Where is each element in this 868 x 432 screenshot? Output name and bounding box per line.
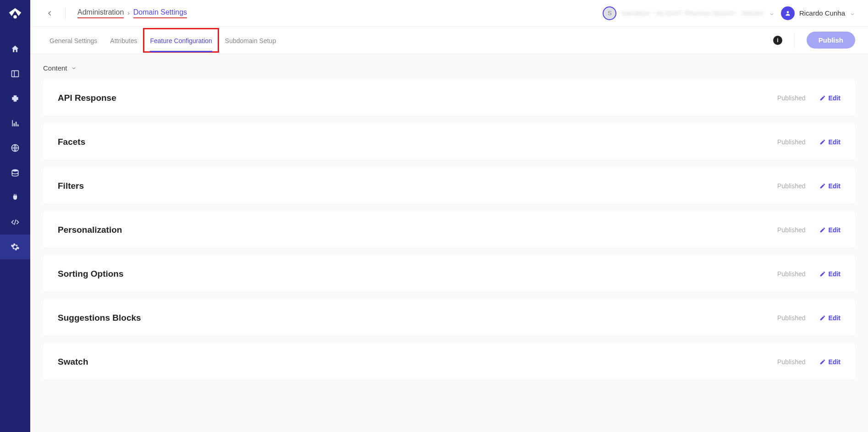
nav-globe[interactable]: [0, 136, 30, 160]
tab-feature-configuration[interactable]: Feature Configuration: [143, 28, 218, 52]
user-avatar-icon: [781, 6, 795, 20]
content-area: Content API ResponsePublishedEditFacetsP…: [30, 54, 868, 432]
svg-point-0: [13, 15, 17, 19]
edit-button[interactable]: Edit: [819, 138, 841, 146]
pencil-icon: [819, 139, 826, 145]
feature-card: Suggestions BlocksPublishedEdit: [43, 300, 855, 336]
chevron-down-icon: [71, 66, 77, 71]
content-dropdown[interactable]: Content: [43, 64, 77, 72]
edit-label: Edit: [829, 94, 841, 102]
tab-general-settings[interactable]: General Settings: [43, 28, 104, 52]
feature-card: PersonalizationPublishedEdit: [43, 212, 855, 248]
nav-panel[interactable]: [0, 61, 30, 86]
pencil-icon: [819, 271, 826, 277]
status-badge: Published: [777, 182, 806, 190]
status-badge: Published: [777, 314, 806, 322]
chevron-down-icon: [769, 11, 775, 16]
status-badge: Published: [777, 138, 806, 146]
nav-database[interactable]: [0, 160, 30, 185]
publish-button[interactable]: Publish: [807, 32, 855, 49]
edit-label: Edit: [829, 270, 841, 278]
feature-card: FiltersPublishedEdit: [43, 168, 855, 204]
nav-settings[interactable]: [0, 235, 30, 259]
svg-rect-1: [12, 71, 19, 77]
topbar-divider: [65, 7, 66, 19]
breadcrumb-leaf: Domain Settings: [133, 8, 187, 18]
pencil-icon: [819, 359, 826, 365]
status-badge: Published: [777, 94, 806, 102]
feature-card: SwatchPublishedEdit: [43, 344, 855, 380]
nav-chart[interactable]: [0, 111, 30, 136]
pencil-icon: [819, 315, 826, 321]
nav-puzzle[interactable]: [0, 86, 30, 111]
content-dropdown-label: Content: [43, 64, 67, 72]
nav-plug[interactable]: [0, 185, 30, 210]
card-title: Filters: [58, 181, 84, 191]
nav-home[interactable]: [0, 37, 30, 61]
card-title: Suggestions Blocks: [58, 313, 141, 323]
account-switcher[interactable]: S Sandbox - ALIGHT Pharma Search - Maste…: [603, 6, 775, 20]
breadcrumb-root[interactable]: Administration: [77, 8, 124, 18]
pencil-icon: [819, 227, 826, 233]
user-name: Ricardo Cunha: [799, 9, 845, 17]
back-button[interactable]: [43, 6, 57, 20]
edit-button[interactable]: Edit: [819, 226, 841, 234]
nav-code[interactable]: [0, 210, 30, 235]
edit-label: Edit: [829, 182, 841, 190]
tabs-divider: [794, 33, 795, 48]
account-name: Sandbox - ALIGHT Pharma Search - Master: [621, 9, 764, 17]
chevron-right-icon: ›: [127, 10, 129, 16]
logo: [6, 6, 24, 24]
card-title: Swatch: [58, 357, 88, 367]
edit-label: Edit: [829, 226, 841, 234]
tabs-row: General SettingsAttributesFeature Config…: [30, 27, 868, 54]
status-badge: Published: [777, 226, 806, 234]
edit-button[interactable]: Edit: [819, 94, 841, 102]
pencil-icon: [819, 183, 826, 189]
edit-button[interactable]: Edit: [819, 270, 841, 278]
edit-label: Edit: [829, 358, 841, 366]
user-menu[interactable]: Ricardo Cunha: [781, 6, 855, 20]
card-title: Personalization: [58, 225, 122, 235]
feature-card: API ResponsePublishedEdit: [43, 80, 855, 116]
svg-point-4: [12, 170, 18, 172]
edit-label: Edit: [829, 138, 841, 146]
topbar: Administration › Domain Settings S Sandb…: [30, 0, 868, 27]
svg-point-5: [787, 11, 789, 13]
edit-button[interactable]: Edit: [819, 314, 841, 322]
sidebar: [0, 0, 30, 432]
info-icon[interactable]: i: [773, 36, 782, 45]
tab-subdomain-setup[interactable]: Subdomain Setup: [219, 28, 282, 52]
feature-card: FacetsPublishedEdit: [43, 124, 855, 160]
pencil-icon: [819, 95, 826, 101]
card-title: Sorting Options: [58, 269, 124, 279]
status-badge: Published: [777, 358, 806, 366]
edit-label: Edit: [829, 314, 841, 322]
chevron-down-icon: [850, 11, 855, 16]
edit-button[interactable]: Edit: [819, 182, 841, 190]
account-badge: S: [603, 6, 616, 20]
card-title: Facets: [58, 137, 85, 147]
status-badge: Published: [777, 270, 806, 278]
breadcrumb: Administration › Domain Settings: [77, 8, 187, 18]
tab-attributes[interactable]: Attributes: [104, 28, 143, 52]
edit-button[interactable]: Edit: [819, 358, 841, 366]
card-title: API Response: [58, 93, 116, 103]
feature-card: Sorting OptionsPublishedEdit: [43, 256, 855, 292]
